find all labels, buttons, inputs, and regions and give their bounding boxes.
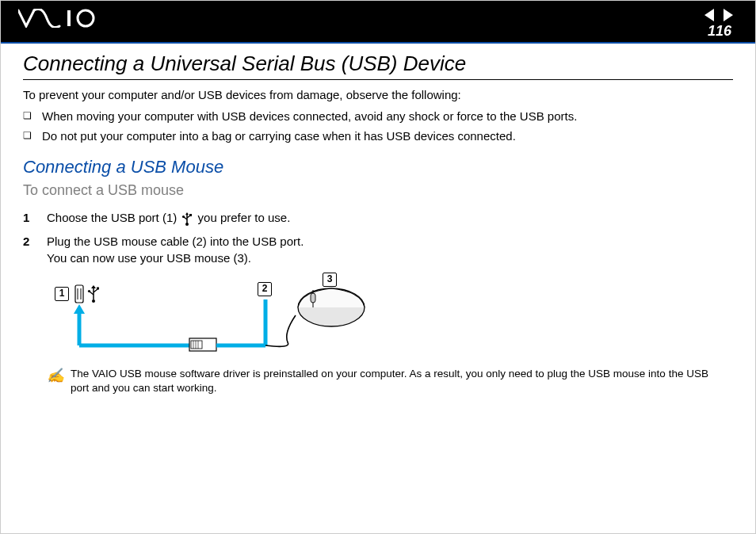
step-list: Choose the USB port (1) you prefer to us… [23, 210, 733, 266]
note-text: The VAIO USB mouse software driver is pr… [71, 367, 717, 395]
task-heading: To connect a USB mouse [23, 182, 733, 199]
svg-rect-12 [97, 287, 99, 289]
svg-point-11 [88, 290, 90, 292]
callout-3: 3 [323, 273, 337, 287]
svg-point-4 [182, 216, 185, 218]
svg-marker-14 [74, 304, 85, 314]
bullet-list: When moving your computer with USB devic… [23, 109, 733, 143]
next-page-button[interactable] [724, 9, 733, 21]
prev-page-button[interactable] [704, 9, 714, 21]
step-text-pre: Choose the USB port (1) [47, 211, 180, 224]
page-content: Connecting a Universal Serial Bus (USB) … [1, 44, 755, 395]
note-icon: ✍ [47, 367, 64, 395]
svg-rect-25 [311, 293, 315, 303]
vaio-logo [18, 9, 105, 28]
subheading: Connecting a USB Mouse [23, 157, 733, 177]
step-text-post: you prefer to use. [194, 211, 290, 224]
step-item: Choose the USB port (1) you prefer to us… [23, 210, 733, 226]
usb-trident-icon [181, 212, 193, 226]
vaio-logo-svg [18, 9, 105, 28]
svg-rect-17 [191, 341, 202, 349]
page-number: 116 [708, 23, 731, 40]
nav-arrows [704, 9, 733, 21]
step-text-pre: Plug the USB mouse cable (2) into the US… [47, 235, 304, 264]
lead-text: To prevent your computer and/or USB devi… [23, 88, 733, 101]
usb-mouse-diagram: 1 2 3 [50, 277, 383, 360]
svg-rect-5 [189, 214, 192, 216]
header-bar: 116 Using Peripheral Devices [1, 1, 755, 42]
svg-point-3 [185, 223, 189, 226]
diagram-svg [50, 277, 383, 360]
bullet-item: Do not put your computer into a bag or c… [23, 129, 733, 143]
note: ✍ The VAIO USB mouse software driver is … [47, 367, 733, 395]
bullet-item: When moving your computer with USB devic… [23, 109, 733, 123]
section-label: Using Peripheral Devices [608, 45, 731, 57]
svg-point-1 [78, 10, 94, 26]
step-item: Plug the USB mouse cable (2) into the US… [23, 234, 733, 266]
callout-1: 1 [55, 287, 69, 301]
svg-point-10 [92, 299, 95, 303]
callout-2: 2 [258, 282, 272, 296]
svg-rect-6 [75, 285, 83, 303]
svg-rect-0 [67, 10, 71, 26]
